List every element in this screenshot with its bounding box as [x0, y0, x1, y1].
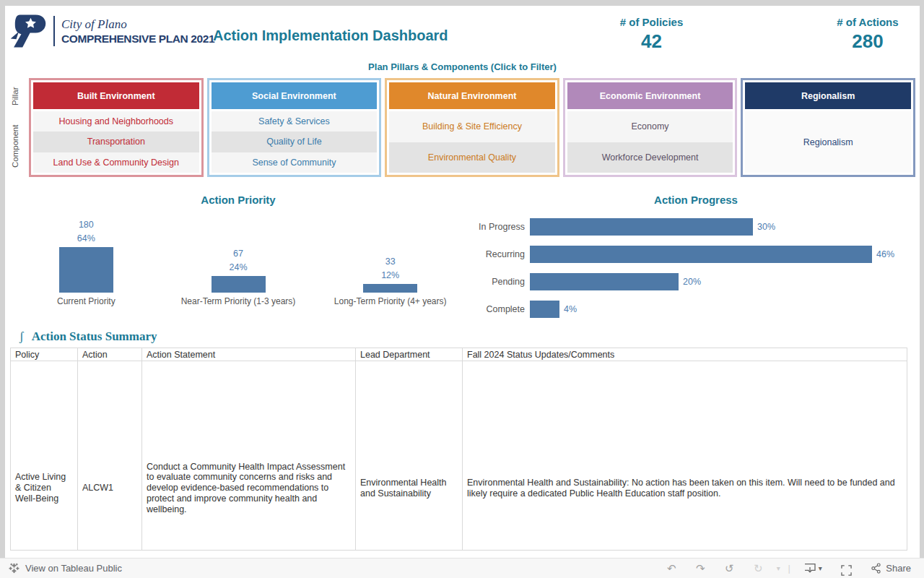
progress-bar-row: Recurring46%	[473, 241, 919, 268]
table-column-header: Action	[77, 348, 141, 361]
pillar-card: RegionalismRegionalism	[741, 78, 915, 177]
progress-bar-row: In Progress30%	[473, 213, 919, 241]
download-button[interactable]: ▾	[794, 559, 832, 578]
priority-bar-group: 6724%Near-Term Priority (1-3 years)	[162, 210, 315, 310]
share-label: Share	[886, 563, 911, 574]
table-cell: Conduct a Community Health Impact Assess…	[141, 361, 355, 550]
progress-bar-row: Complete4%	[473, 296, 919, 323]
progress-bar[interactable]	[530, 301, 559, 318]
progress-bar[interactable]	[530, 273, 679, 290]
pillar-cards: Built EnvironmentHousing and Neighborhoo…	[29, 78, 915, 177]
component-cell[interactable]: Land Use & Community Design	[33, 152, 199, 173]
table-column-header: Action Statement	[141, 348, 355, 361]
priority-count-label: 180	[79, 218, 94, 232]
pillar-header-button[interactable]: Economic Environment	[567, 82, 733, 109]
component-cell[interactable]: Economy	[567, 111, 733, 142]
filter-section-title: Plan Pillars & Components (Click to Filt…	[5, 61, 920, 72]
progress-bar-row: Pending20%	[473, 268, 919, 296]
progress-bar[interactable]	[530, 246, 872, 263]
summary-section-title: ʃAction Status Summary	[19, 329, 157, 344]
component-cell[interactable]: Regionalism	[745, 111, 911, 173]
refresh-dropdown-button[interactable]: ▾	[772, 559, 784, 578]
pillar-header-button[interactable]: Built Environment	[33, 82, 199, 109]
pillar-components: EconomyWorkforce Development	[567, 111, 733, 173]
table-cell: Environmental Health and Sustainability	[355, 361, 462, 550]
progress-percent-label: 4%	[564, 304, 577, 314]
component-cell[interactable]: Quality of Life	[212, 131, 378, 152]
progress-category-label: Pending	[473, 277, 525, 287]
kpi-actions-value: 280	[799, 30, 924, 53]
component-cell[interactable]: Housing and Neighborhoods	[33, 111, 199, 131]
fullscreen-button[interactable]	[832, 561, 860, 576]
undo-icon: ↶	[667, 562, 676, 574]
download-chevron-icon: ▾	[819, 559, 822, 578]
fullscreen-icon	[841, 565, 852, 576]
priority-category-label: Near-Term Priority (1-3 years)	[181, 293, 296, 310]
pillar-header-button[interactable]: Natural Environment	[389, 82, 555, 109]
tableau-logo-icon	[9, 563, 19, 574]
table-column-header: Policy	[10, 348, 77, 361]
kpi-actions-label: # of Actions	[799, 16, 924, 28]
table-row[interactable]: Active Living & Citizen Well-BeingALCW1C…	[10, 361, 907, 551]
city-of-plano-logo: City of Plano COMPREHENSIVE PLAN 2021	[9, 13, 214, 49]
component-cell[interactable]: Workforce Development	[567, 142, 733, 173]
table-cell-text: Conduct a Community Health Impact Assess…	[147, 462, 351, 515]
priority-percent-label: 12%	[381, 269, 399, 282]
pillar-card: Natural EnvironmentBuilding & Site Effic…	[385, 78, 559, 177]
undo-button[interactable]: ↶	[657, 559, 686, 578]
priority-bar-group: 3312%Long-Term Priority (4+ years)	[314, 210, 466, 310]
kpi-policies: # of Policies 42	[585, 16, 718, 53]
progress-category-label: Recurring	[473, 249, 525, 259]
share-button[interactable]: Share	[871, 563, 911, 574]
component-cell[interactable]: Safety & Services	[212, 111, 378, 131]
toolbar-actions: ↶ ↷ ↺ ↻ ▾ | ▾	[657, 559, 911, 578]
pillar-components: Building & Site EfficiencyEnvironmental …	[389, 111, 555, 173]
table-cell-text: Active Living & Citizen Well-Being	[15, 472, 73, 504]
table-cell-text: Environmental Health and Sustainability:…	[467, 478, 902, 499]
component-cell[interactable]: Transportation	[33, 131, 199, 152]
page-title: Action Implementation Dashboard	[213, 27, 448, 44]
priority-bar[interactable]	[212, 276, 266, 293]
dashboard: City of Plano COMPREHENSIVE PLAN 2021 Ac…	[5, 6, 920, 558]
download-icon	[804, 563, 816, 574]
priority-count-label: 33	[385, 255, 396, 269]
status-summary-table: PolicyActionAction StatementLead Departm…	[10, 348, 907, 551]
table-cell: Active Living & Citizen Well-Being	[10, 361, 77, 550]
redo-icon: ↷	[696, 562, 705, 574]
logo-city-name: City of Plano	[61, 17, 214, 32]
component-cell[interactable]: Environmental Quality	[389, 142, 555, 173]
toolbar-separator: |	[784, 563, 794, 574]
view-on-tableau-public-label: View on Tableau Public	[25, 563, 122, 574]
progress-bar[interactable]	[530, 218, 753, 236]
tableau-toolbar: View on Tableau Public ↶ ↷ ↺ ↻ ▾ | ▾	[0, 558, 924, 578]
share-icon	[871, 563, 881, 574]
priority-bar-group: 18064%Current Priority	[10, 210, 162, 310]
pillar-header-button[interactable]: Regionalism	[745, 82, 911, 109]
priority-percent-label: 24%	[229, 261, 247, 275]
priority-category-label: Current Priority	[57, 293, 116, 310]
table-cell-text: Environmental Health and Sustainability	[360, 478, 458, 499]
action-progress-chart: Action Progress In Progress30%Recurring4…	[473, 188, 919, 325]
component-cell[interactable]: Building & Site Efficiency	[389, 111, 555, 142]
action-priority-title: Action Priority	[10, 194, 466, 206]
redo-button[interactable]: ↷	[686, 559, 715, 578]
refresh-button[interactable]: ↻	[744, 559, 772, 578]
replay-button[interactable]: ↺	[715, 559, 744, 578]
action-progress-bars: In Progress30%Recurring46%Pending20%Comp…	[473, 213, 919, 323]
pillar-components: Housing and NeighborhoodsTransportationL…	[33, 111, 199, 173]
pillar-card: Economic EnvironmentEconomyWorkforce Dev…	[563, 78, 738, 177]
progress-percent-label: 20%	[683, 277, 701, 287]
pillar-header-button[interactable]: Social Environment	[212, 82, 378, 109]
logo-divider	[53, 16, 55, 46]
summary-title-text: Action Status Summary	[32, 329, 157, 343]
kpi-policies-value: 42	[585, 30, 718, 53]
priority-percent-label: 64%	[77, 232, 95, 246]
refresh-icon: ↻	[754, 562, 763, 574]
priority-bar[interactable]	[363, 284, 417, 293]
kpi-policies-label: # of Policies	[585, 16, 718, 28]
component-cell[interactable]: Sense of Community	[212, 152, 378, 173]
table-column-header: Lead Department	[355, 348, 462, 361]
priority-bar[interactable]	[59, 247, 113, 293]
axis-label-pillar: Pillar	[9, 78, 22, 114]
view-on-tableau-public-link[interactable]: View on Tableau Public	[9, 563, 122, 574]
